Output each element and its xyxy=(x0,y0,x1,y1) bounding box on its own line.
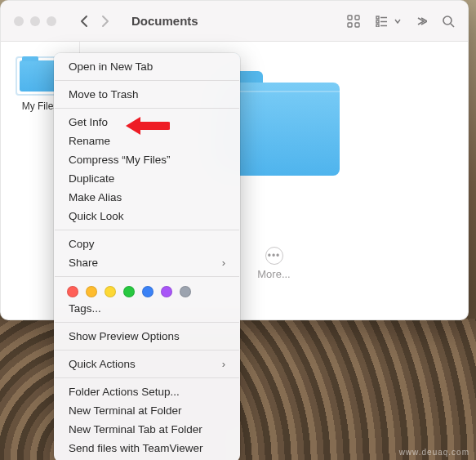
group-button[interactable] xyxy=(376,16,401,27)
menu-move-to-trash[interactable]: Move to Trash xyxy=(54,85,240,104)
menu-tags[interactable]: Tags... xyxy=(54,299,240,318)
menu-copy[interactable]: Copy xyxy=(54,234,240,253)
menu-separator xyxy=(55,80,239,81)
icon-view-button[interactable] xyxy=(346,14,361,29)
menu-open-new-tab[interactable]: Open in New Tab xyxy=(54,57,240,76)
menu-label: Quick Look xyxy=(69,210,124,222)
menu-label: Share xyxy=(69,257,98,269)
svg-rect-8 xyxy=(376,25,379,27)
forward-button[interactable] xyxy=(96,12,113,30)
menu-new-terminal-tab-at-folder[interactable]: New Terminal Tab at Folder xyxy=(54,420,240,439)
menu-compress[interactable]: Compress “My Files” xyxy=(54,150,240,169)
menu-label: Make Alias xyxy=(69,191,122,203)
menu-show-preview-options[interactable]: Show Preview Options xyxy=(54,327,240,346)
chevron-down-icon xyxy=(394,18,401,25)
tag-orange[interactable] xyxy=(86,286,97,297)
svg-rect-2 xyxy=(348,23,352,27)
svg-rect-0 xyxy=(348,16,352,20)
context-menu: Open in New Tab Move to Trash Get Info R… xyxy=(54,53,240,460)
menu-label: Send files with TeamViewer xyxy=(69,442,203,454)
svg-line-11 xyxy=(451,24,454,27)
traffic-lights xyxy=(14,16,56,26)
menu-label: Folder Actions Setup... xyxy=(69,386,180,398)
window-title: Documents xyxy=(131,14,198,28)
menu-get-info[interactable]: Get Info xyxy=(54,113,240,132)
menu-share[interactable]: Share› xyxy=(54,253,240,272)
svg-rect-4 xyxy=(376,16,379,19)
svg-rect-1 xyxy=(355,16,359,20)
menu-separator xyxy=(55,322,239,323)
menu-label: Show Preview Options xyxy=(69,330,180,342)
svg-point-10 xyxy=(443,16,452,25)
minimize-window-button[interactable] xyxy=(30,16,40,26)
nav-buttons xyxy=(76,12,113,30)
menu-label: Compress “My Files” xyxy=(69,154,171,166)
search-button[interactable] xyxy=(442,15,455,28)
menu-label: Open in New Tab xyxy=(69,60,153,73)
menu-label: New Terminal Tab at Folder xyxy=(69,423,202,435)
zoom-window-button[interactable] xyxy=(47,16,56,26)
close-window-button[interactable] xyxy=(14,16,24,26)
menu-label: Tags... xyxy=(69,302,101,315)
preview-more-label: More... xyxy=(257,268,290,280)
tag-red[interactable] xyxy=(67,286,78,297)
svg-rect-3 xyxy=(355,23,359,27)
tag-purple[interactable] xyxy=(161,286,172,297)
tag-yellow[interactable] xyxy=(105,286,116,297)
menu-quick-actions[interactable]: Quick Actions› xyxy=(54,355,240,373)
menu-label: Get Info xyxy=(69,116,108,128)
menu-folder-actions-setup[interactable]: Folder Actions Setup... xyxy=(54,382,240,401)
menu-label: Copy xyxy=(69,238,95,250)
chevron-right-icon: › xyxy=(222,257,225,269)
more-toolbar-button[interactable] xyxy=(416,16,427,26)
menu-separator xyxy=(55,108,239,109)
tag-green[interactable] xyxy=(123,286,135,297)
tag-blue[interactable] xyxy=(142,286,153,297)
menu-label: Move to Trash xyxy=(69,88,139,100)
menu-new-terminal-at-folder[interactable]: New Terminal at Folder xyxy=(54,401,240,420)
preview-more[interactable]: ••• More... xyxy=(257,247,290,280)
menu-label: New Terminal at Folder xyxy=(69,404,182,417)
menu-label: Quick Actions xyxy=(69,358,136,370)
menu-quick-look[interactable]: Quick Look xyxy=(54,207,240,226)
menu-make-alias[interactable]: Make Alias xyxy=(54,188,240,207)
svg-rect-6 xyxy=(376,20,379,23)
menu-separator xyxy=(55,230,239,230)
menu-label: Duplicate xyxy=(69,172,114,185)
toolbar-right xyxy=(346,14,455,29)
tag-gray[interactable] xyxy=(180,286,191,297)
tag-color-row xyxy=(54,281,240,299)
menu-label: Rename xyxy=(69,135,110,147)
menu-rename[interactable]: Rename xyxy=(54,132,240,150)
watermark: www.deuaq.com xyxy=(399,448,469,457)
back-button[interactable] xyxy=(76,12,94,30)
ellipsis-icon: ••• xyxy=(265,247,283,265)
menu-send-with-teamviewer[interactable]: Send files with TeamViewer xyxy=(54,439,240,458)
menu-separator xyxy=(55,276,239,277)
menu-separator xyxy=(55,377,239,378)
menu-separator xyxy=(55,350,239,351)
menu-duplicate[interactable]: Duplicate xyxy=(54,169,240,188)
chevron-right-icon: › xyxy=(222,358,225,370)
titlebar: Documents xyxy=(1,1,468,42)
